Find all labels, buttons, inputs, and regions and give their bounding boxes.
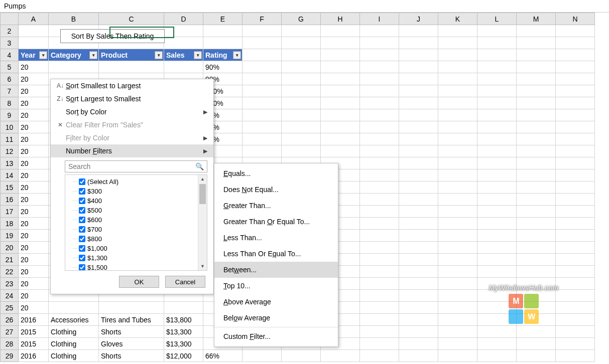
cell[interactable]: 66% <box>203 350 242 362</box>
cell[interactable] <box>517 206 556 218</box>
cell[interactable] <box>477 145 517 157</box>
cell[interactable] <box>477 25 517 37</box>
cell[interactable] <box>438 49 477 61</box>
cell[interactable] <box>99 61 164 73</box>
cell[interactable] <box>438 326 477 338</box>
row-header[interactable]: 2 <box>1 25 19 37</box>
cell[interactable] <box>477 278 517 290</box>
cell[interactable] <box>517 254 556 266</box>
cell[interactable] <box>556 338 595 350</box>
cell[interactable]: Category▾ <box>49 49 99 61</box>
cell[interactable] <box>438 181 477 194</box>
filter-less-eq[interactable]: Less Than Or Equal To... <box>214 246 338 262</box>
cell[interactable] <box>438 194 477 206</box>
cell[interactable] <box>556 290 595 302</box>
cell[interactable] <box>517 85 556 97</box>
cell[interactable] <box>477 302 517 314</box>
filter-dropdown-icon[interactable]: ▾ <box>89 51 97 59</box>
cell[interactable]: 20 <box>19 266 49 278</box>
cell[interactable] <box>517 169 556 181</box>
row-header[interactable]: 14 <box>1 169 19 181</box>
row-header[interactable]: 12 <box>1 145 19 157</box>
cell[interactable] <box>517 302 556 314</box>
filter-checkbox-item[interactable]: ⋯$400 <box>72 196 205 206</box>
cell[interactable] <box>556 121 595 133</box>
filter-dropdown-icon[interactable]: ▾ <box>39 51 47 59</box>
cell[interactable] <box>360 85 399 97</box>
column-header-K[interactable]: K <box>438 13 477 25</box>
cell[interactable]: 2015 <box>19 326 49 338</box>
filter-below-avg[interactable]: Below Average <box>214 310 338 326</box>
cell[interactable] <box>49 61 99 73</box>
cell[interactable]: 20 <box>19 181 49 194</box>
cell[interactable] <box>438 37 477 49</box>
cell[interactable] <box>556 242 595 254</box>
filter-search-input[interactable]: Search 🔍 <box>65 160 207 172</box>
row-header[interactable]: 8 <box>1 97 19 109</box>
cell[interactable] <box>360 230 399 242</box>
cell[interactable] <box>438 254 477 266</box>
cell[interactable] <box>399 73 438 85</box>
cell[interactable] <box>360 145 399 157</box>
cell[interactable] <box>19 37 49 49</box>
cell[interactable] <box>360 109 399 121</box>
cell[interactable] <box>242 49 282 61</box>
column-header-M[interactable]: M <box>517 13 556 25</box>
filter-checkbox-item[interactable]: ⋯$700 <box>72 225 205 234</box>
filter-greater[interactable]: Greater Than... <box>214 198 338 214</box>
filter-between[interactable]: Between... <box>214 262 338 278</box>
cell[interactable] <box>438 338 477 350</box>
cell[interactable] <box>399 145 438 157</box>
cell[interactable] <box>282 49 321 61</box>
cell[interactable] <box>360 181 399 194</box>
cell[interactable] <box>399 242 438 254</box>
cell[interactable]: $13,800 <box>164 314 203 326</box>
cell[interactable] <box>438 157 477 169</box>
filter-dropdown-icon[interactable]: ▾ <box>233 51 241 59</box>
row-header[interactable]: 22 <box>1 266 19 278</box>
cell[interactable] <box>321 73 360 85</box>
sort-by-color[interactable]: Sort by Color ▶ <box>51 105 213 118</box>
cell[interactable] <box>164 302 203 314</box>
cell[interactable] <box>477 254 517 266</box>
cell[interactable] <box>556 278 595 290</box>
cell[interactable] <box>360 326 399 338</box>
cell[interactable]: 20 <box>19 230 49 242</box>
cell[interactable] <box>556 37 595 49</box>
cell[interactable] <box>164 37 203 49</box>
cell[interactable] <box>438 121 477 133</box>
cell[interactable] <box>438 266 477 278</box>
cell[interactable] <box>556 206 595 218</box>
cell[interactable] <box>360 302 399 314</box>
cell[interactable] <box>242 73 282 85</box>
cell[interactable] <box>203 25 242 37</box>
column-header-E[interactable]: E <box>203 13 242 25</box>
checkbox[interactable] <box>79 188 85 195</box>
cell[interactable]: Shorts <box>99 326 164 338</box>
cell[interactable]: 20 <box>19 254 49 266</box>
scroll-up-icon[interactable]: ▲ <box>198 175 207 183</box>
cell[interactable] <box>203 37 242 49</box>
cell[interactable] <box>477 338 517 350</box>
cell[interactable] <box>556 49 595 61</box>
cell[interactable] <box>556 169 595 181</box>
cell[interactable] <box>477 97 517 109</box>
column-header-B[interactable]: B <box>49 13 99 25</box>
cell[interactable]: Clothing <box>49 326 99 338</box>
cell[interactable]: 20 <box>19 302 49 314</box>
cell[interactable] <box>517 314 556 326</box>
cell[interactable] <box>517 338 556 350</box>
row-header[interactable]: 26 <box>1 314 19 326</box>
cancel-button[interactable]: Cancel <box>165 276 205 288</box>
cell[interactable] <box>321 37 360 49</box>
cell[interactable]: Sales▾ <box>164 49 203 61</box>
checkbox[interactable] <box>79 255 85 261</box>
filter-checkbox-item[interactable]: ⋯$500 <box>72 206 205 215</box>
row-header[interactable]: 25 <box>1 302 19 314</box>
cell[interactable] <box>517 73 556 85</box>
column-header-I[interactable]: I <box>360 13 399 25</box>
cell[interactable] <box>438 278 477 290</box>
cell[interactable] <box>556 302 595 314</box>
cell[interactable] <box>360 278 399 290</box>
cell[interactable] <box>477 242 517 254</box>
